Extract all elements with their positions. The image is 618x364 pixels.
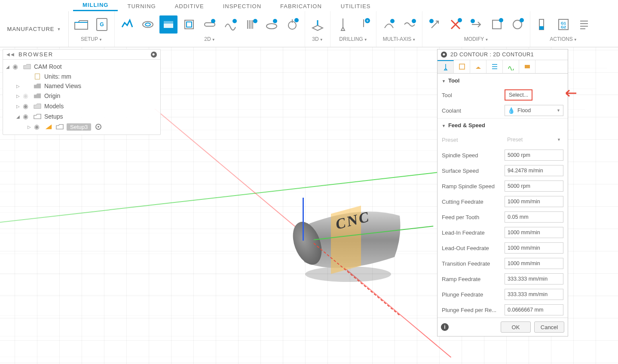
browser-minimize-icon[interactable]: ● (151, 52, 157, 58)
tree-models[interactable]: ▷ ◉ Models (3, 101, 160, 111)
modify-2-icon[interactable] (447, 15, 465, 34)
group-actions-label[interactable]: ACTIONS▼ (550, 36, 577, 43)
setup-nc-icon[interactable]: G (93, 15, 111, 34)
panel-minimize-icon[interactable]: ● (441, 52, 447, 58)
feed-input[interactable]: 1000 mm/min (505, 242, 563, 254)
active-setup-indicator[interactable] (95, 124, 101, 130)
chevron-down-icon: ▼ (57, 27, 61, 31)
feed-input[interactable]: 5000 rpm (505, 180, 563, 192)
tab-turning[interactable]: TURNING (118, 0, 165, 11)
svg-point-22 (471, 19, 475, 23)
ok-button[interactable]: OK (501, 321, 531, 333)
eye-hidden-icon[interactable]: ◉ (23, 92, 31, 100)
browser-title: BROWSER (18, 51, 53, 58)
action-simulate-icon[interactable] (534, 15, 552, 34)
ribbon-tab-strip: MILLING TURNING ADDITIVE INSPECTION FABR… (0, 0, 618, 11)
feed-input[interactable]: 0.0666667 mm (505, 304, 563, 315)
tab-additive[interactable]: ADDITIVE (165, 0, 214, 11)
svg-rect-35 (459, 64, 465, 69)
tab-milling[interactable]: MILLING (73, 0, 118, 11)
twisty-icon[interactable]: ▷ (16, 84, 20, 89)
2d-face-icon[interactable] (159, 15, 177, 34)
feed-input[interactable]: 5000 rpm (505, 150, 563, 161)
3d-icon[interactable] (309, 15, 327, 34)
2d-trace-icon[interactable] (221, 15, 239, 34)
twisty-icon[interactable]: ▷ (16, 104, 20, 109)
tab-utilities[interactable]: UTILITIES (331, 0, 380, 11)
group-3d-label[interactable]: 3D▼ (312, 36, 323, 43)
2d-bore-icon[interactable] (263, 15, 281, 34)
eye-icon[interactable]: ◉ (23, 102, 31, 110)
coolant-select[interactable]: 💧 Flood ▼ (505, 105, 563, 116)
browser-collapse-icon[interactable]: ◀◀ (6, 52, 15, 57)
twisty-icon[interactable]: ▷ (16, 94, 20, 98)
group-multiaxis: MULTI-AXIS▼ (376, 11, 422, 47)
2d-circular-icon[interactable] (283, 15, 301, 34)
prop-tab-tool[interactable] (437, 60, 454, 73)
action-post-icon[interactable]: G1G2 (554, 15, 572, 34)
drill-plus-icon[interactable]: + (355, 15, 373, 34)
multiaxis-swarf-icon[interactable] (380, 15, 398, 34)
tree-units[interactable]: Units: mm (3, 72, 160, 81)
properties-title-bar[interactable]: ● 2D CONTOUR : 2D CONTOUR1 (437, 49, 568, 60)
multiaxis-flow-icon[interactable] (401, 15, 419, 34)
2d-contour-icon[interactable] (180, 15, 198, 34)
ribbon: MANUFACTURE▼ G SETUP▼ 2D▼ 3D▼ (0, 11, 618, 47)
feed-input[interactable]: 333.333 mm/min (505, 273, 563, 284)
tab-fabrication[interactable]: FABRICATION (271, 0, 331, 11)
2d-pocket-icon[interactable] (139, 15, 157, 34)
feed-label: Transition Feedrate (442, 260, 501, 267)
tree-named-views[interactable]: ▷ Named Views (3, 81, 160, 91)
feed-input[interactable]: 1000 mm/min (505, 258, 563, 269)
2d-adaptive-icon[interactable] (118, 15, 136, 34)
prop-tab-misc[interactable] (519, 60, 535, 73)
feed-input[interactable]: 94.2478 m/min (505, 165, 563, 176)
tree-origin[interactable]: ▷ ◉ Origin (3, 91, 160, 101)
eye-icon[interactable]: ◉ (34, 123, 42, 131)
feed-input[interactable]: 0.05 mm (505, 211, 563, 223)
eye-icon[interactable]: ◉ (23, 113, 31, 120)
eye-icon[interactable]: ◉ (12, 63, 20, 70)
svg-rect-28 (539, 26, 544, 30)
2d-slot-icon[interactable] (201, 15, 219, 34)
setup-folder-icon[interactable] (72, 15, 90, 34)
feed-input[interactable]: 333.333 mm/min (505, 289, 563, 300)
group-multiaxis-label[interactable]: MULTI-AXIS▼ (383, 36, 416, 43)
feed-label: Surface Speed (442, 168, 501, 174)
feed-label: Plunge Feedrate (442, 291, 501, 298)
model-folder-icon (33, 103, 42, 110)
group-2d-label[interactable]: 2D▼ (204, 36, 215, 43)
2d-thread-icon[interactable] (242, 15, 260, 34)
drill-icon[interactable] (334, 15, 352, 34)
action-sheet-icon[interactable] (575, 15, 593, 34)
tree-setup-item[interactable]: ▷ ◉ Setup3 (3, 122, 160, 132)
cancel-button[interactable]: Cancel (534, 321, 564, 333)
prop-tab-passes[interactable] (486, 60, 503, 73)
modify-4-icon[interactable] (488, 15, 506, 34)
modify-1-icon[interactable] (426, 15, 444, 34)
tree-setups[interactable]: ◢ ◉ Setups (3, 111, 160, 122)
twisty-icon[interactable]: ◢ (16, 114, 20, 119)
prop-tab-geometry[interactable] (454, 60, 470, 73)
prop-tab-linking[interactable] (503, 60, 519, 73)
preset-select[interactable]: Preset ▼ (505, 134, 563, 145)
section-feed-header[interactable]: Feed & Speed (437, 118, 568, 132)
twisty-icon[interactable]: ◢ (6, 64, 10, 69)
section-tool-header[interactable]: Tool (437, 73, 568, 87)
modify-5-icon[interactable] (508, 15, 526, 34)
info-icon[interactable]: i (441, 323, 449, 331)
tree-root[interactable]: ◢ ◉ CAM Root (3, 61, 160, 72)
row-feed-10: Plunge Feed per Re...0.0666667 mm (437, 302, 568, 318)
feed-input[interactable]: 1000 mm/min (505, 227, 563, 238)
workspace-switcher[interactable]: MANUFACTURE▼ (0, 11, 69, 47)
modify-3-icon[interactable] (467, 15, 485, 34)
group-setup-label[interactable]: SETUP▼ (81, 36, 102, 43)
tab-inspection[interactable]: INSPECTION (214, 0, 271, 11)
group-modify-label[interactable]: MODIFY▼ (464, 36, 489, 43)
twisty-icon[interactable]: ▷ (27, 125, 31, 129)
prop-tab-heights[interactable] (470, 60, 486, 73)
group-drilling-label[interactable]: DRILLING▼ (339, 36, 367, 43)
browser-title-bar[interactable]: ◀◀ BROWSER ● (3, 49, 160, 60)
feed-input[interactable]: 1000 mm/min (505, 196, 563, 207)
tool-select-button[interactable]: Select... (505, 89, 532, 101)
